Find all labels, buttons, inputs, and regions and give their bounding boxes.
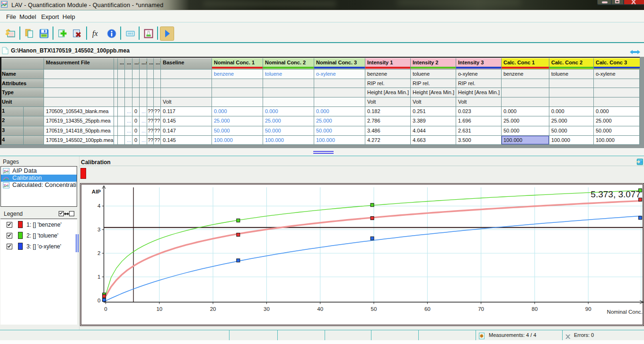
- svg-text:30: 30: [264, 306, 270, 312]
- svg-text:80: 80: [532, 306, 538, 312]
- svg-text:3: 3: [97, 227, 100, 232]
- svg-text:90: 90: [585, 306, 591, 312]
- svg-text:10: 10: [156, 306, 162, 312]
- svg-text:4: 4: [97, 203, 101, 209]
- svg-text:1: 1: [97, 274, 100, 280]
- svg-text:Nominal Conc.: Nominal Conc.: [607, 309, 643, 315]
- svg-text:40: 40: [317, 306, 323, 312]
- svg-text:2: 2: [97, 250, 100, 256]
- svg-text:5.373, 3.077: 5.373, 3.077: [591, 189, 641, 199]
- svg-text:0: 0: [104, 306, 107, 312]
- svg-text:AIP: AIP: [92, 189, 101, 194]
- svg-text:0: 0: [97, 298, 100, 303]
- svg-text:fx: fx: [92, 29, 98, 38]
- svg-text:60: 60: [424, 306, 431, 312]
- svg-text:70: 70: [478, 306, 484, 312]
- svg-text:20: 20: [210, 306, 216, 312]
- svg-text:50: 50: [371, 306, 377, 312]
